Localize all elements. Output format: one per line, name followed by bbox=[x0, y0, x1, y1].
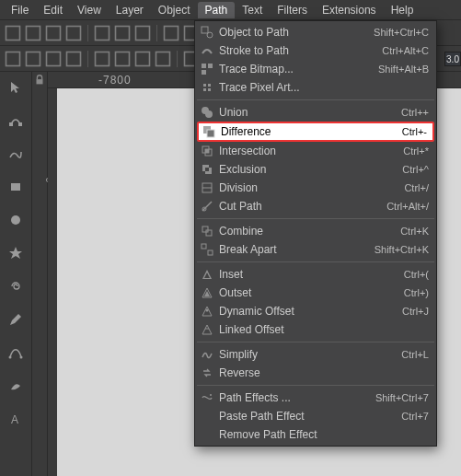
tool-bezier[interactable] bbox=[6, 342, 26, 363]
menu-object[interactable]: Object bbox=[151, 2, 198, 18]
menuitem-exclusion[interactable]: ExclusionCtrl+^ bbox=[195, 160, 436, 179]
svg-rect-25 bbox=[11, 183, 20, 191]
undo-button[interactable] bbox=[133, 24, 152, 42]
object-to-path-icon bbox=[199, 25, 215, 40]
menu-text[interactable]: Text bbox=[235, 2, 270, 18]
menuitem-label: Trace Bitmap... bbox=[215, 63, 378, 75]
menuitem-label: Union bbox=[215, 106, 401, 119]
menuitem-label: Linked Offset bbox=[215, 323, 429, 336]
menuitem-accel: Ctrl+K bbox=[400, 226, 429, 237]
menuitem-label: Object to Path bbox=[215, 26, 374, 39]
linked-offset-icon bbox=[199, 322, 215, 337]
menu-help[interactable]: Help bbox=[384, 2, 421, 18]
open-button[interactable] bbox=[24, 24, 42, 42]
trace-bitmap-icon bbox=[199, 62, 215, 76]
menuitem-label: Inset bbox=[215, 268, 404, 281]
menuitem-accel: Ctrl+( bbox=[404, 269, 429, 280]
menuitem-accel: Ctrl+* bbox=[403, 145, 429, 157]
tool-node[interactable] bbox=[6, 110, 26, 131]
menuitem-label: Stroke to Path bbox=[215, 44, 382, 57]
menuitem-paste-path-effect[interactable]: Paste Path EffectCtrl+7 bbox=[195, 407, 436, 425]
menuitem-break-apart[interactable]: Break ApartShift+Ctrl+K bbox=[195, 240, 436, 259]
menuitem-outset[interactable]: OutsetCtrl+) bbox=[195, 284, 436, 302]
menuitem-object-to-path[interactable]: Object to PathShift+Ctrl+C bbox=[195, 23, 436, 41]
tool-rect[interactable] bbox=[6, 177, 26, 197]
svg-rect-4 bbox=[96, 26, 109, 40]
tool-circle[interactable] bbox=[6, 210, 26, 230]
menuitem-reverse[interactable]: Reverse bbox=[195, 364, 436, 382]
svg-rect-0 bbox=[6, 26, 20, 40]
menuitem-difference[interactable]: DifferenceCtrl+- bbox=[197, 122, 434, 142]
svg-rect-55 bbox=[208, 250, 213, 255]
svg-rect-14 bbox=[96, 52, 109, 65]
menuitem-trace-pixel-art[interactable]: Trace Pixel Art... bbox=[195, 78, 436, 97]
duplicate-button[interactable] bbox=[93, 50, 111, 68]
clone-button[interactable] bbox=[113, 50, 132, 68]
tool-calligraphy[interactable] bbox=[6, 376, 26, 396]
menuitem-accel: Ctrl+7 bbox=[401, 411, 429, 422]
export-button[interactable] bbox=[113, 24, 132, 42]
menu-path[interactable]: Path bbox=[198, 2, 236, 18]
zoom-out-button[interactable] bbox=[24, 50, 42, 68]
svg-rect-39 bbox=[203, 88, 206, 91]
menuitem-stroke-to-path[interactable]: Stroke to PathCtrl+Alt+C bbox=[195, 41, 436, 60]
menuitem-division[interactable]: DivisionCtrl+/ bbox=[195, 179, 436, 197]
tool-spiral[interactable] bbox=[6, 276, 26, 296]
svg-rect-17 bbox=[156, 52, 170, 65]
menuitem-path-effects[interactable]: Path Effects ...Shift+Ctrl+7 bbox=[195, 389, 436, 407]
menuitem-combine[interactable]: CombineCtrl+K bbox=[195, 222, 436, 240]
svg-rect-36 bbox=[202, 70, 206, 75]
print-button[interactable] bbox=[64, 24, 83, 42]
tool-star-poly[interactable] bbox=[6, 243, 26, 263]
tool-tweak[interactable] bbox=[6, 144, 26, 164]
menu-file[interactable]: File bbox=[4, 2, 36, 18]
svg-rect-38 bbox=[208, 84, 211, 87]
menuitem-intersection[interactable]: IntersectionCtrl+* bbox=[195, 142, 436, 160]
menu-filters[interactable]: Filters bbox=[270, 2, 315, 18]
svg-rect-16 bbox=[136, 52, 150, 65]
svg-rect-15 bbox=[116, 52, 130, 65]
save-button[interactable] bbox=[44, 24, 63, 42]
menu-layer[interactable]: Layer bbox=[109, 2, 151, 18]
tool-pencil[interactable] bbox=[6, 309, 26, 330]
menuitem-cut-path[interactable]: Cut PathCtrl+Alt+/ bbox=[195, 197, 436, 215]
menuitem-accel: Ctrl+Alt+/ bbox=[386, 201, 429, 212]
path-menu-dropdown: Object to PathShift+Ctrl+CStroke to Path… bbox=[194, 20, 437, 447]
menuitem-accel: Shift+Alt+B bbox=[378, 64, 429, 75]
menuitem-simplify[interactable]: SimplifyCtrl+L bbox=[195, 345, 436, 364]
menuitem-label: Difference bbox=[217, 125, 402, 138]
menuitem-label: Trace Pixel Art... bbox=[215, 81, 429, 94]
tool-pointer[interactable] bbox=[6, 77, 26, 98]
lock-icon[interactable] bbox=[33, 74, 46, 87]
menuitem-dynamic-offset[interactable]: Dynamic OffsetCtrl+J bbox=[195, 302, 436, 320]
division-icon bbox=[199, 180, 215, 195]
menuitem-union[interactable]: UnionCtrl++ bbox=[195, 103, 436, 122]
menu-extensions[interactable]: Extensions bbox=[315, 2, 384, 18]
menuitem-accel: Ctrl+J bbox=[402, 306, 429, 317]
import-button[interactable] bbox=[93, 24, 111, 42]
group-button[interactable] bbox=[133, 50, 152, 68]
zoom-in-button[interactable] bbox=[4, 50, 22, 68]
svg-rect-5 bbox=[116, 26, 130, 40]
zoom-page-button[interactable] bbox=[64, 50, 83, 68]
zoom-fit-button[interactable] bbox=[44, 50, 63, 68]
menu-view[interactable]: View bbox=[70, 2, 109, 18]
paste-path-effect-icon bbox=[199, 409, 215, 424]
tool-text[interactable]: A bbox=[6, 409, 26, 429]
svg-point-26 bbox=[11, 215, 20, 225]
simplify-icon bbox=[199, 347, 215, 362]
menuitem-accel: Ctrl+Alt+C bbox=[382, 45, 429, 56]
svg-rect-42 bbox=[207, 130, 214, 137]
menuitem-inset[interactable]: InsetCtrl+( bbox=[195, 265, 436, 284]
menu-edit[interactable]: Edit bbox=[36, 2, 70, 18]
new-button[interactable] bbox=[4, 24, 22, 42]
outset-icon bbox=[199, 285, 215, 300]
menuitem-trace-bitmap[interactable]: Trace Bitmap...Shift+Alt+B bbox=[195, 60, 436, 78]
menuitem-accel: Shift+Ctrl+K bbox=[375, 244, 429, 255]
svg-rect-52 bbox=[202, 226, 208, 232]
ungroup-button[interactable] bbox=[154, 50, 172, 68]
redo-button[interactable] bbox=[162, 24, 180, 42]
menuitem-remove-path-effect[interactable]: Remove Path Effect bbox=[195, 425, 436, 444]
menuitem-linked-offset[interactable]: Linked Offset bbox=[195, 320, 436, 339]
svg-rect-6 bbox=[136, 26, 150, 40]
